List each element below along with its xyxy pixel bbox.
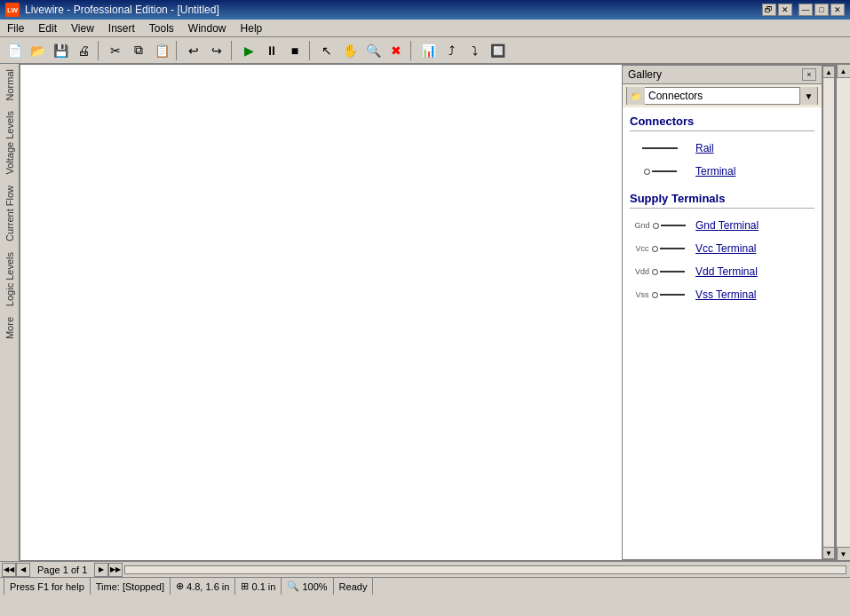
gnd-terminal-item[interactable]: Gnd Gnd Terminal: [630, 214, 814, 237]
undo-button[interactable]: ↩: [183, 41, 204, 60]
vcc-terminal-item[interactable]: Vcc Vcc Terminal: [630, 237, 814, 260]
gnd-dot: [653, 223, 659, 229]
gallery-scroll-up[interactable]: ▲: [822, 66, 835, 78]
next-btn[interactable]: ▶: [94, 563, 108, 577]
new-button[interactable]: 📄: [4, 41, 25, 60]
vcc-dot: [652, 246, 658, 252]
main-scroll-up[interactable]: ▲: [837, 64, 851, 78]
title-text: Livewire - Professional Edition - [Untit…: [25, 4, 219, 16]
canvas[interactable]: Gallery × 📁 Connectors ▼ Connectors: [20, 64, 836, 561]
menu-tools[interactable]: Tools: [142, 20, 181, 36]
prev-first-btn[interactable]: ◀◀: [2, 563, 16, 577]
time-value: [Stopped]: [123, 581, 164, 592]
terminal-label[interactable]: Terminal: [695, 165, 735, 178]
paste-button[interactable]: 📋: [151, 41, 172, 60]
vss-terminal-item[interactable]: Vss Vss Terminal: [630, 283, 814, 306]
sep5: [410, 41, 414, 60]
statusbar: Press F1 for help Time: [Stopped] ⊕ 4.8,…: [0, 577, 850, 595]
status-text: Ready: [334, 578, 374, 595]
gnd-terminal-icon: Gnd: [633, 221, 687, 230]
titlebar: LW Livewire - Professional Edition - [Un…: [0, 0, 850, 20]
titlebar-controls: 🗗 ✕ — □ ✕: [762, 4, 845, 16]
stop-button[interactable]: ■: [284, 41, 306, 60]
zoom-value: 100%: [302, 581, 327, 592]
app-icon: LW: [5, 3, 20, 17]
cut-button[interactable]: ✂: [105, 41, 126, 60]
vss-terminal-label[interactable]: Vss Terminal: [695, 288, 756, 301]
gnd-line: [661, 225, 686, 226]
next-last-btn[interactable]: ▶▶: [108, 563, 123, 577]
open-button[interactable]: 📂: [27, 41, 48, 60]
vdd-dot: [652, 269, 658, 275]
sidebar-voltage[interactable]: Voltage Levels: [4, 106, 15, 180]
sidebar-more[interactable]: More: [4, 312, 15, 344]
gallery-dropdown-arrow[interactable]: ▼: [799, 87, 817, 105]
menu-window[interactable]: Window: [181, 20, 234, 36]
gnd-symbol: [653, 223, 686, 229]
gallery-scroll-track[interactable]: [823, 78, 834, 547]
menu-view[interactable]: View: [64, 20, 101, 36]
rail-line-symbol: [642, 147, 678, 149]
gallery-scroll-down[interactable]: ▼: [822, 547, 835, 559]
vdd-line: [660, 271, 685, 272]
toolbar: 📄 📂 💾 🖨 ✂ ⧉ 📋 ↩ ↪ ▶ ⏸ ■ ↖ ✋ 🔍 ✖ 📊 ⤴ ⤵ 🔲: [0, 37, 850, 64]
zoom-section: 🔍 100%: [282, 578, 333, 595]
vcc-terminal-icon: Vcc: [633, 244, 687, 253]
sidebar-current[interactable]: Current Flow: [4, 180, 15, 247]
gallery-header: Gallery ×: [623, 66, 822, 84]
h-scroll-track[interactable]: [124, 565, 846, 574]
coords-section: ⊕ 4.8, 1.6 in: [171, 578, 235, 595]
menu-file[interactable]: File: [0, 20, 31, 36]
menu-insert[interactable]: Insert: [101, 20, 142, 36]
coords-icon: ⊕: [176, 580, 184, 592]
main-scroll-track[interactable]: [837, 78, 850, 547]
close-btn[interactable]: ✕: [830, 4, 845, 16]
cursor-button[interactable]: ↖: [316, 41, 338, 60]
wire2-button[interactable]: ⤵: [464, 41, 485, 60]
play-button[interactable]: ▶: [238, 41, 259, 60]
zoom-button[interactable]: 🔍: [362, 41, 384, 60]
coords-value: 4.8, 1.6 in: [187, 581, 229, 592]
page-info: Page 1 of 1: [30, 565, 94, 575]
gnd-terminal-label[interactable]: Gnd Terminal: [695, 219, 759, 232]
pause-button[interactable]: ⏸: [261, 41, 282, 60]
prev-btn[interactable]: ◀: [16, 563, 30, 577]
chart-button[interactable]: 📊: [417, 41, 439, 60]
pan-button[interactable]: ✋: [339, 41, 361, 60]
vdd-prefix: Vdd: [635, 267, 649, 276]
save-button[interactable]: 💾: [50, 41, 71, 60]
vss-prefix: Vss: [635, 290, 648, 299]
copy-button[interactable]: ⧉: [128, 41, 149, 60]
delete-button[interactable]: ✖: [385, 41, 407, 60]
gallery-close-button[interactable]: ×: [802, 68, 816, 81]
vdd-terminal-item[interactable]: Vdd Vdd Terminal: [630, 260, 814, 283]
sidebar-normal[interactable]: Normal: [4, 64, 15, 106]
wire1-button[interactable]: ⤴: [441, 41, 462, 60]
vss-dot: [652, 292, 658, 298]
vss-terminal-icon: Vss: [633, 290, 687, 299]
component-button[interactable]: 🔲: [487, 41, 508, 60]
menu-help[interactable]: Help: [234, 20, 270, 36]
rail-item[interactable]: Rail: [630, 137, 814, 160]
gallery-content: Connectors Rail: [623, 107, 822, 559]
rail-icon: [633, 147, 687, 149]
vdd-terminal-label[interactable]: Vdd Terminal: [695, 265, 758, 278]
child-restore-btn[interactable]: 🗗: [762, 4, 776, 16]
main-scroll-down[interactable]: ▼: [837, 547, 851, 561]
titlebar-left: LW Livewire - Professional Edition - [Un…: [5, 3, 219, 17]
terminal-item[interactable]: Terminal: [630, 160, 814, 183]
print-button[interactable]: 🖨: [73, 41, 94, 60]
terminal-icon: [633, 169, 687, 175]
gallery-dropdown-value[interactable]: Connectors: [645, 90, 799, 102]
terminal-symbol: [644, 169, 677, 175]
maximize-btn[interactable]: □: [814, 4, 829, 16]
sidebar-logic[interactable]: Logic Levels: [4, 247, 15, 312]
redo-button[interactable]: ↪: [206, 41, 227, 60]
rail-label[interactable]: Rail: [695, 142, 714, 154]
minimize-btn[interactable]: —: [798, 4, 813, 16]
child-close-btn[interactable]: ✕: [778, 4, 792, 16]
menu-edit[interactable]: Edit: [31, 20, 64, 36]
gallery-dropdown[interactable]: 📁 Connectors ▼: [626, 87, 818, 105]
vcc-terminal-label[interactable]: Vcc Terminal: [695, 242, 756, 255]
help-text: Press F1 for help: [4, 578, 91, 595]
